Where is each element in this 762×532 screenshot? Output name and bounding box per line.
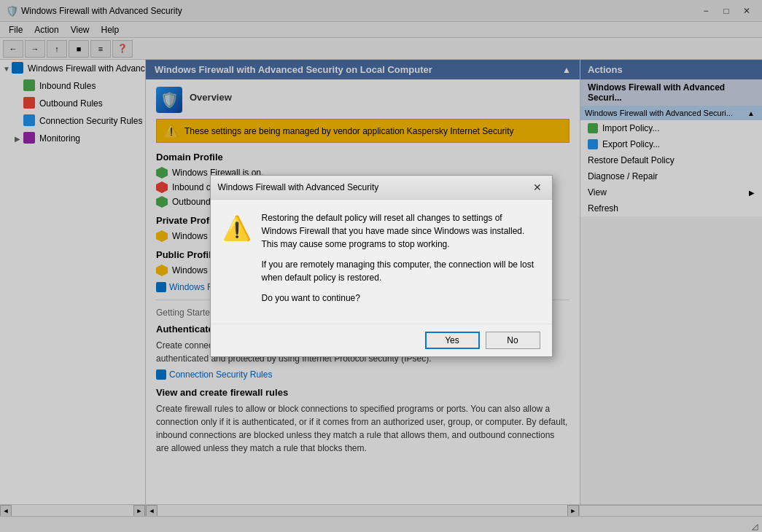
modal-overlay: Windows Firewall with Advanced Security …	[0, 0, 762, 532]
modal-body: ⚠️ Restoring the default policy will res…	[211, 200, 552, 324]
modal-text-container: Restoring the default policy will reset …	[262, 211, 540, 312]
modal-text-3: Do you want to continue?	[262, 292, 540, 305]
modal-close-button[interactable]: ✕	[530, 180, 545, 195]
modal-title: Windows Firewall with Advanced Security	[218, 182, 379, 192]
modal-no-button[interactable]: No	[486, 332, 540, 349]
modal-title-bar: Windows Firewall with Advanced Security …	[211, 176, 552, 200]
modal-text-1: Restoring the default policy will reset …	[262, 211, 540, 251]
modal-text-2: If you are remotely managing this comput…	[262, 258, 540, 284]
modal-yes-button[interactable]: Yes	[425, 332, 480, 349]
modal-footer: Yes No	[211, 324, 552, 356]
modal-dialog: Windows Firewall with Advanced Security …	[210, 175, 553, 357]
modal-warning-icon: ⚠️	[222, 214, 252, 312]
